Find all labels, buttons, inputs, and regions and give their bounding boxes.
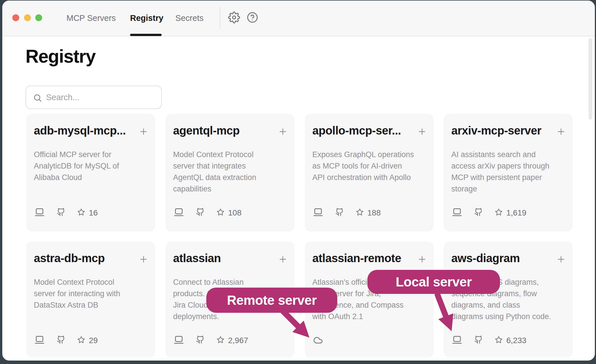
- star-icon: [217, 208, 224, 217]
- github-icon: [196, 335, 205, 345]
- server-description: AI assistants search and access arXiv pa…: [451, 149, 549, 195]
- cloud-icon: [312, 335, 324, 346]
- star-count: 16: [89, 208, 98, 217]
- add-server-button[interactable]: [138, 126, 149, 137]
- star-count: 1,619: [506, 208, 526, 217]
- server-card-apollo-mcp-server[interactable]: apollo-mcp-ser... Exposes GraphQL operat…: [305, 114, 434, 232]
- server-name: agentql-mcp: [173, 124, 240, 137]
- title-bar: MCP Servers Registry Secrets: [2, 1, 595, 36]
- card-footer: 108: [173, 208, 288, 218]
- tab-mcp-servers[interactable]: MCP Servers: [66, 1, 116, 36]
- server-name: apollo-mcp-ser...: [312, 124, 401, 137]
- server-card-adb-mysql-mcp[interactable]: adb-mysql-mcp... Official MCP server for…: [26, 114, 155, 232]
- server-description: Model Context Protocol server for intera…: [34, 276, 120, 311]
- laptop-icon: [313, 208, 323, 218]
- server-card-arxiv-mcp-server[interactable]: arxiv-mcp-server AI assistants search an…: [444, 114, 573, 232]
- tab-secrets-label: Secrets: [175, 13, 203, 23]
- tab-registry-label: Registry: [130, 13, 163, 23]
- minimize-window-button[interactable]: [24, 14, 31, 21]
- card-footer: 1,619: [451, 208, 566, 218]
- server-description: Exposes GraphQL operations as MCP tools …: [312, 149, 414, 183]
- laptop-icon: [452, 335, 462, 346]
- toolbar-divider: [220, 7, 220, 29]
- server-card-astra-db-mcp[interactable]: astra-db-mcp Model Context Protocol serv…: [26, 242, 155, 357]
- close-window-button[interactable]: [12, 14, 19, 21]
- github-icon: [474, 208, 483, 217]
- vertical-scrollbar[interactable]: [589, 38, 592, 120]
- add-server-button[interactable]: [277, 126, 289, 137]
- github-icon: [196, 208, 205, 217]
- github-icon: [57, 208, 65, 217]
- search-input[interactable]: [46, 86, 158, 108]
- card-footer: 6,233: [451, 335, 566, 346]
- star-icon: [495, 336, 503, 345]
- help-circle-icon: [247, 12, 258, 24]
- star-count: 188: [367, 208, 381, 217]
- star-count: 29: [89, 336, 98, 345]
- card-footer: 16: [34, 208, 148, 218]
- settings-button[interactable]: [228, 11, 240, 24]
- active-tab-indicator: [130, 34, 162, 36]
- tab-mcp-servers-label: MCP Servers: [66, 13, 116, 23]
- app-window: MCP Servers Registry Secrets: [2, 1, 595, 361]
- star-count: 108: [228, 208, 242, 217]
- github-icon: [474, 335, 483, 345]
- add-server-button[interactable]: [416, 126, 428, 137]
- local-server-annotation-label: Local server: [396, 274, 472, 290]
- star-icon: [495, 208, 503, 217]
- remote-server-annotation-badge: Remote server: [206, 288, 337, 313]
- laptop-icon: [452, 208, 462, 218]
- help-button[interactable]: [246, 11, 259, 24]
- remote-server-annotation-label: Remote server: [227, 292, 317, 308]
- star-icon: [77, 208, 85, 217]
- server-card-aws-diagram[interactable]: aws-diagram Generate AWS diagrams, seque…: [444, 242, 573, 357]
- star-icon: [217, 336, 224, 345]
- local-server-annotation-badge: Local server: [367, 270, 500, 294]
- laptop-icon: [34, 335, 45, 346]
- gear-icon: [228, 11, 240, 24]
- server-name: atlassian: [173, 252, 221, 265]
- server-name: arxiv-mcp-server: [451, 124, 541, 137]
- laptop-icon: [34, 208, 45, 218]
- laptop-icon: [174, 335, 184, 346]
- star-icon: [356, 208, 364, 217]
- github-icon: [57, 335, 65, 345]
- add-server-button[interactable]: [138, 254, 149, 265]
- server-name: astra-db-mcp: [34, 252, 105, 265]
- card-footer: 2,967: [173, 335, 288, 346]
- star-count: 2,967: [228, 336, 248, 345]
- server-description: Model Context Protocol server that integ…: [173, 149, 256, 195]
- github-icon: [335, 208, 344, 217]
- star-count: 6,233: [506, 336, 526, 345]
- server-name: aws-diagram: [451, 252, 520, 265]
- maximize-window-button[interactable]: [35, 14, 42, 21]
- server-description: Official MCP server for AnalyticDB for M…: [34, 149, 119, 183]
- add-server-button[interactable]: [277, 254, 289, 265]
- card-footer: 188: [312, 208, 427, 218]
- server-card-agentql-mcp[interactable]: agentql-mcp Model Context Protocol serve…: [166, 114, 294, 232]
- add-server-button[interactable]: [416, 254, 428, 265]
- star-icon: [77, 336, 85, 345]
- server-name: atlassian-remote: [312, 252, 401, 265]
- laptop-icon: [174, 208, 184, 218]
- tab-secrets[interactable]: Secrets: [175, 1, 203, 36]
- page-title: Registry: [26, 46, 95, 67]
- card-footer: [312, 335, 427, 346]
- add-server-button[interactable]: [555, 126, 567, 137]
- search-box: [26, 86, 162, 109]
- card-footer: 29: [34, 335, 148, 346]
- add-server-button[interactable]: [555, 254, 567, 265]
- server-name: adb-mysql-mcp...: [34, 124, 126, 137]
- tab-registry[interactable]: Registry: [130, 1, 163, 36]
